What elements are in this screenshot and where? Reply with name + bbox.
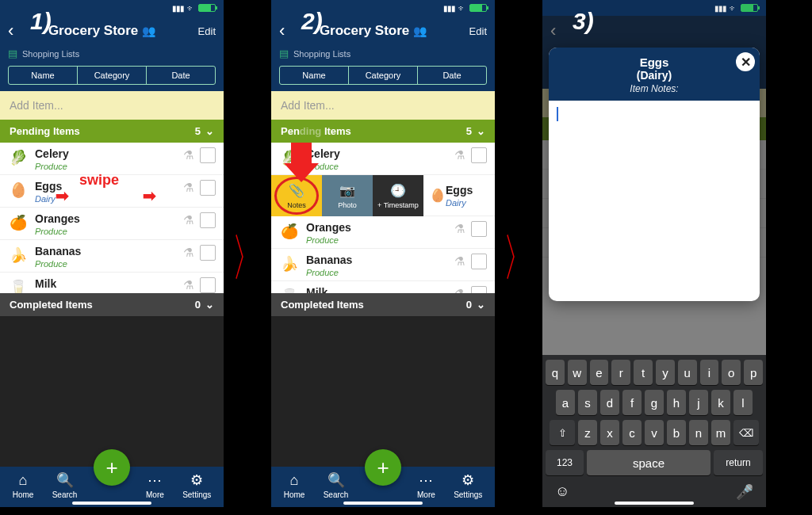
key-shift[interactable]: ⇧ — [550, 420, 575, 445]
add-item-input[interactable]: Add Item... — [271, 91, 495, 120]
details-icon[interactable]: ⚗ — [183, 278, 193, 292]
key-x[interactable]: x — [600, 420, 619, 445]
key-o[interactable]: o — [722, 360, 741, 385]
key-g[interactable]: g — [645, 390, 664, 415]
details-icon[interactable]: ⚗ — [454, 254, 465, 269]
completed-section-header[interactable]: Completed Items 0⌄ — [271, 293, 495, 316]
tab-more[interactable]: ⋯More — [146, 471, 164, 499]
details-icon[interactable]: ⚗ — [183, 246, 193, 260]
tab-category[interactable]: Category — [78, 67, 147, 84]
home-indicator[interactable] — [72, 502, 151, 505]
key-t[interactable]: t — [634, 360, 653, 385]
step-separator: 〉 — [495, 0, 542, 515]
checkbox[interactable] — [200, 212, 216, 228]
dictation-button[interactable]: 🎤 — [736, 483, 753, 501]
details-icon[interactable]: ⚗ — [454, 287, 465, 293]
key-return[interactable]: return — [714, 450, 763, 475]
key-u[interactable]: u — [678, 360, 697, 385]
pending-section-header[interactable]: Pending Items 5⌄ — [271, 120, 495, 143]
pending-list: 🥬 CeleryProduce ⚗ 📎Notes 📷Photo 🕘+ Times… — [271, 143, 495, 293]
details-icon[interactable]: ⚗ — [183, 181, 193, 195]
key-backspace[interactable]: ⌫ — [733, 420, 759, 445]
checkbox[interactable] — [200, 245, 216, 261]
list-item[interactable]: 🥚 EggsDairy — [423, 175, 495, 216]
tab-search[interactable]: 🔍Search — [52, 471, 78, 499]
key-z[interactable]: z — [578, 420, 597, 445]
sort-tabs: Name Category Date — [279, 66, 487, 85]
list-item[interactable]: 🍊 OrangesProduce ⚗ — [271, 216, 495, 249]
tab-home[interactable]: ⌂Home — [13, 472, 34, 499]
key-a[interactable]: a — [556, 390, 575, 415]
checkbox[interactable] — [471, 147, 487, 163]
breadcrumb[interactable]: Shopping Lists — [22, 49, 79, 59]
tab-name[interactable]: Name — [9, 67, 78, 84]
key-space[interactable]: space — [587, 450, 710, 475]
share-icon[interactable]: 👥 — [142, 25, 155, 37]
key-n[interactable]: n — [689, 420, 708, 445]
key-c[interactable]: c — [622, 420, 642, 445]
key-j[interactable]: j — [689, 390, 708, 415]
key-m[interactable]: m — [711, 420, 730, 445]
details-icon[interactable]: ⚗ — [183, 213, 193, 227]
key-l[interactable]: l — [733, 390, 753, 415]
tab-more[interactable]: ⋯More — [417, 471, 435, 499]
home-indicator[interactable] — [615, 502, 694, 505]
close-button[interactable]: ✕ — [736, 52, 755, 71]
key-d[interactable]: d — [600, 390, 619, 415]
list-item[interactable]: 🍌 BananasProduce ⚗ — [0, 240, 224, 273]
key-f[interactable]: f — [622, 390, 642, 415]
tab-settings[interactable]: ⚙Settings — [454, 471, 482, 499]
list-item[interactable]: 🍌 BananasProduce ⚗ — [271, 249, 495, 281]
add-fab[interactable]: + — [365, 449, 401, 486]
tab-search[interactable]: 🔍Search — [324, 471, 349, 499]
pending-section-header[interactable]: Pending Items 5⌄ — [0, 120, 224, 143]
tab-name[interactable]: Name — [280, 67, 349, 84]
checkbox[interactable] — [471, 254, 487, 269]
list-item[interactable]: 🍊 OrangesProduce ⚗ — [0, 208, 224, 240]
key-v[interactable]: v — [645, 420, 664, 445]
chevron-down-icon: ⌄ — [205, 125, 214, 137]
key-q[interactable]: q — [546, 360, 565, 385]
list-item[interactable]: 🥬 CeleryProduce ⚗ — [0, 143, 224, 175]
key-w[interactable]: w — [568, 360, 587, 385]
key-e[interactable]: e — [590, 360, 609, 385]
key-h[interactable]: h — [667, 390, 686, 415]
tab-home[interactable]: ⌂Home — [284, 472, 305, 499]
checkbox[interactable] — [200, 147, 216, 163]
add-fab[interactable]: + — [94, 449, 130, 486]
details-icon[interactable]: ⚗ — [183, 148, 193, 162]
tab-date[interactable]: Date — [418, 67, 486, 84]
key-b[interactable]: b — [667, 420, 686, 445]
edit-button[interactable]: Edit — [198, 25, 216, 37]
completed-section-header[interactable]: Completed Items 0⌄ — [0, 293, 224, 316]
tab-category[interactable]: Category — [349, 67, 418, 84]
swipe-photo-button[interactable]: 📷Photo — [322, 175, 373, 216]
key-i[interactable]: i — [700, 360, 719, 385]
checkbox[interactable] — [200, 277, 216, 293]
emoji-button[interactable]: ☺ — [555, 483, 569, 501]
tab-settings[interactable]: ⚙Settings — [182, 471, 211, 499]
tab-date[interactable]: Date — [147, 67, 215, 84]
details-icon[interactable]: ⚗ — [454, 222, 465, 236]
edit-button[interactable]: Edit — [469, 25, 487, 37]
checkbox[interactable] — [200, 180, 216, 196]
key-p[interactable]: p — [744, 360, 763, 385]
breadcrumb[interactable]: Shopping Lists — [293, 49, 350, 59]
key-y[interactable]: y — [656, 360, 675, 385]
checkbox[interactable] — [471, 286, 487, 293]
key-r[interactable]: r — [611, 360, 630, 385]
share-icon[interactable]: 👥 — [413, 25, 427, 37]
details-icon[interactable]: ⚗ — [454, 148, 465, 162]
home-indicator[interactable] — [343, 502, 423, 505]
add-item-input[interactable]: Add Item... — [0, 91, 224, 120]
checkbox[interactable] — [471, 221, 487, 237]
notes-textarea[interactable] — [549, 101, 760, 131]
swipe-timestamp-button[interactable]: 🕘+ Timestamp — [373, 175, 423, 216]
key-k[interactable]: k — [711, 390, 730, 415]
camera-icon: 📷 — [339, 183, 355, 198]
key-123[interactable]: 123 — [546, 450, 584, 475]
list-item[interactable]: 🥚 EggsDairy ⚗ swipe ➡ ➡ — [0, 175, 224, 208]
list-item[interactable]: 🥛 MilkDairy ⚗ — [0, 273, 224, 293]
list-item[interactable]: 🥛 MilkDairy ⚗ — [271, 281, 495, 293]
key-s[interactable]: s — [578, 390, 597, 415]
